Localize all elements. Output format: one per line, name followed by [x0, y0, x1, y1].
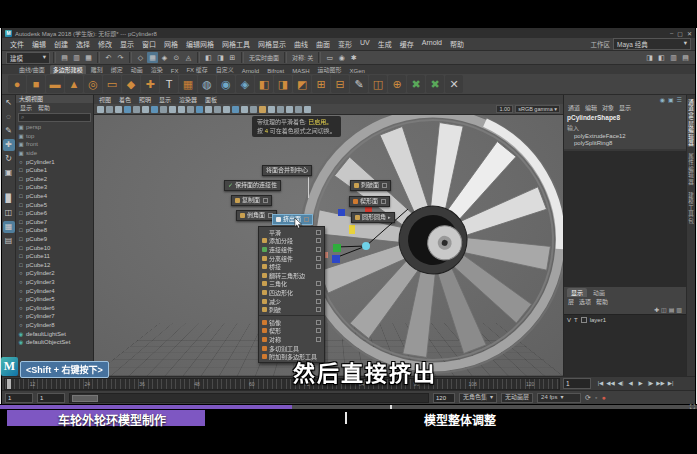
- marking-list-item[interactable]: 平滑: [259, 228, 324, 237]
- option-box[interactable]: [316, 264, 321, 269]
- tool-icon[interactable]: ✎: [3, 125, 15, 137]
- viewport-toolbar-icon[interactable]: [268, 106, 275, 113]
- outliner-item[interactable]: □ pCube4: [18, 192, 93, 201]
- menu-item[interactable]: 生成: [374, 39, 396, 49]
- shelf-tab[interactable]: FX: [168, 68, 182, 74]
- outliner-item[interactable]: □ pCube7: [18, 218, 93, 227]
- outliner-search-input[interactable]: ⌕: [18, 113, 91, 122]
- viewport-canvas[interactable]: 带纹理的平滑着色: 已启用。 按 4 可在着色模式之间切换。 将面合并到中心 ✓…: [94, 115, 563, 376]
- playback-button[interactable]: ▶▶: [656, 378, 665, 389]
- viewport-menu-item[interactable]: 着色: [119, 95, 131, 104]
- shelf-tab[interactable]: XGen: [347, 68, 368, 74]
- viewport-toolbar-icon[interactable]: [160, 106, 167, 113]
- viewport-toolbar-icon[interactable]: [214, 106, 221, 113]
- panel-corner-icon[interactable]: ▣: [668, 96, 674, 103]
- loop-playback-icon[interactable]: ⟳: [585, 394, 591, 402]
- outliner-item[interactable]: ◉ defaultObjectSet: [18, 338, 93, 347]
- menu-item[interactable]: 曲面: [312, 39, 334, 49]
- preferences-icon[interactable]: ◦: [595, 394, 597, 401]
- option-box[interactable]: [263, 198, 268, 203]
- viewport-menu-item[interactable]: 显示: [159, 95, 171, 104]
- menu-item[interactable]: 变形: [334, 39, 356, 49]
- tool-icon[interactable]: ◌: [3, 111, 15, 123]
- layout-shortcut-icon[interactable]: ▦: [3, 221, 15, 233]
- option-box[interactable]: [316, 307, 321, 312]
- marking-list-item[interactable]: 楔形: [259, 327, 324, 336]
- option-box[interactable]: [316, 299, 321, 304]
- option-box[interactable]: [304, 217, 309, 222]
- shelf-tab[interactable]: Bifrost: [264, 68, 287, 74]
- shelf-tool-icon[interactable]: ⊞: [312, 75, 330, 93]
- outliner-item[interactable]: ○ pCylinder2: [18, 269, 93, 278]
- panel-corner-icon[interactable]: ◉: [660, 96, 665, 103]
- history-icon[interactable]: ◨: [215, 52, 226, 63]
- outliner-menu-item[interactable]: 显示: [20, 103, 32, 112]
- viewport-toolbar-icon[interactable]: [142, 106, 149, 113]
- marking-list-item[interactable]: 多切割工具: [259, 344, 324, 353]
- option-box[interactable]: [381, 199, 386, 204]
- channel-box-menu-item[interactable]: 通道: [568, 103, 580, 112]
- viewport-menu-item[interactable]: 面板: [205, 95, 217, 104]
- shelf-tab[interactable]: 雕刻: [88, 65, 106, 74]
- outliner-item[interactable]: ○ pCylinder7: [18, 312, 93, 321]
- outliner-item[interactable]: □ pCube12: [18, 261, 93, 270]
- option-box[interactable]: [316, 328, 321, 333]
- viewport-toolbar-icon[interactable]: [151, 106, 158, 113]
- shelf-tab[interactable]: FX 缓存: [183, 65, 210, 74]
- range-slider-handle[interactable]: [72, 395, 98, 402]
- shelf-tab[interactable]: Arnold: [239, 68, 262, 74]
- playback-button[interactable]: ◀: [626, 378, 635, 389]
- shelf-tool-icon[interactable]: ●: [8, 75, 26, 93]
- shelf-tool-icon[interactable]: ✖: [426, 75, 444, 93]
- shelf-tab[interactable]: 多边形建模: [50, 65, 86, 74]
- shelf-tool-icon[interactable]: ✚: [141, 75, 159, 93]
- marking-list-item[interactable]: 三角化: [259, 280, 324, 289]
- symmetry-dropdown[interactable]: 对称: 关: [290, 53, 315, 62]
- playback-button[interactable]: ◀◀: [606, 378, 615, 389]
- history-icon[interactable]: ◧: [203, 52, 214, 63]
- shelf-tab[interactable]: MASH: [289, 68, 312, 74]
- shelf-tool-icon[interactable]: ◍: [198, 75, 216, 93]
- viewport-menu-item[interactable]: 渲染器: [179, 95, 197, 104]
- shelf-tab[interactable]: 运动图形: [314, 65, 344, 74]
- channel-box-menu-item[interactable]: 显示: [619, 103, 631, 112]
- marking-item-southeast[interactable]: 圆形圆角 ▸: [351, 212, 395, 223]
- exposure-field[interactable]: 1.00: [496, 105, 513, 113]
- shelf-tool-icon[interactable]: T: [160, 75, 178, 93]
- layer-toolbar-icon[interactable]: ✚: [654, 306, 659, 313]
- marking-list-item[interactable]: 刺破: [259, 305, 324, 314]
- input-node[interactable]: polyExtrudeFace12: [564, 132, 686, 139]
- snap-icon[interactable]: ◈: [159, 52, 170, 63]
- video-progress-bar[interactable]: [0, 405, 697, 409]
- history-icon[interactable]: ⊞: [227, 52, 238, 63]
- marking-list-item[interactable]: 分离组件: [259, 254, 324, 263]
- layer-toolbar-icon[interactable]: ◫: [661, 306, 667, 313]
- menu-item[interactable]: 网格: [160, 39, 182, 49]
- shelf-tool-icon[interactable]: ◧: [255, 75, 273, 93]
- menu-item[interactable]: 帮助: [446, 39, 468, 49]
- shelf-tool-icon[interactable]: ◆: [122, 75, 140, 93]
- undo-redo-icon[interactable]: ↷: [115, 52, 126, 63]
- outliner-item[interactable]: □ pCube9: [18, 235, 93, 244]
- marking-list-item[interactable]: 桥接: [259, 262, 324, 271]
- option-box[interactable]: [382, 183, 387, 188]
- outliner-item[interactable]: □ pCube2: [18, 175, 93, 184]
- viewport-toolbar-icon[interactable]: [241, 106, 248, 113]
- layer-color-swatch[interactable]: [581, 317, 587, 323]
- shelf-tool-icon[interactable]: ◎: [84, 75, 102, 93]
- option-box[interactable]: [316, 247, 321, 252]
- snap-icon[interactable]: ⊙: [171, 52, 182, 63]
- render-icon[interactable]: ✱: [348, 52, 359, 63]
- viewport-toolbar-icon[interactable]: [259, 106, 266, 113]
- animation-start-field[interactable]: 1: [5, 393, 33, 403]
- outliner-item[interactable]: ○ pCylinder5: [18, 295, 93, 304]
- option-box[interactable]: [316, 320, 321, 325]
- layer-row[interactable]: V T layer1: [564, 315, 686, 325]
- menu-item[interactable]: 曲线: [290, 39, 312, 49]
- tool-icon[interactable]: ↻: [3, 153, 15, 165]
- outliner-item[interactable]: □ pCube10: [18, 243, 93, 252]
- viewport-toolbar-icon[interactable]: [169, 106, 176, 113]
- viewport-toolbar-icon[interactable]: [97, 106, 104, 113]
- chapter-label-next[interactable]: 模型整体调整: [410, 411, 510, 428]
- option-box[interactable]: [316, 238, 321, 243]
